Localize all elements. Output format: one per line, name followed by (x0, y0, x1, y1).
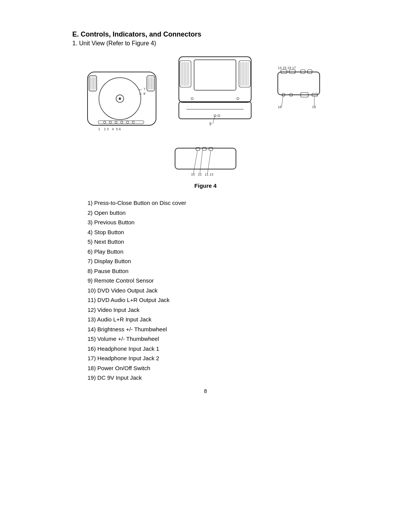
svg-text:9: 9 (209, 122, 212, 126)
svg-line-76 (207, 150, 211, 174)
section-title: E. Controls, Indicators, and Connectors (72, 30, 339, 38)
svg-text:8: 8 (143, 92, 145, 96)
list-item: 19) DC 9V Input Jack (88, 373, 339, 383)
sub-title: 1. Unit View (Refer to Figure 4) (72, 40, 339, 47)
list-item: 10) DVD Video Output Jack (88, 286, 339, 296)
sub-title-normal: (Refer to Figure 4) (105, 40, 156, 46)
list-item: 15) Volume +/- Thumbwheel (88, 334, 339, 344)
device-front-view: 9 (171, 53, 259, 141)
list-item: 4) Stop Button (88, 227, 339, 237)
figure-row: 1 2 3 4 5 6 7 8 (84, 53, 327, 141)
svg-point-18 (121, 121, 123, 123)
svg-rect-30 (194, 60, 236, 90)
svg-text:2 3: 2 3 (104, 127, 109, 131)
svg-rect-67 (175, 148, 236, 169)
sub-title-italic: 1. Unit View (72, 40, 105, 46)
list-item: 17) Headphone Input Jack 2 (88, 353, 339, 363)
svg-point-46 (237, 97, 239, 100)
figure-label: Figure 4 (194, 182, 217, 189)
list-item: 13) Audio L+R Input Jack (88, 315, 339, 324)
svg-point-15 (104, 121, 106, 123)
list-item: 1) Press-to-Close Button on Disc cover (88, 198, 339, 208)
items-list: 1) Press-to-Close Button on Disc cover2)… (88, 198, 339, 383)
svg-text:14 15  19 17: 14 15 19 17 (278, 66, 296, 70)
svg-text:1: 1 (98, 127, 100, 131)
list-item: 7) Display Button (88, 256, 339, 266)
svg-point-45 (191, 97, 193, 100)
svg-point-17 (115, 121, 117, 123)
list-item: 9) Remote Control Sensor (88, 276, 339, 286)
svg-point-20 (132, 121, 134, 123)
svg-text:11  13: 11 13 (205, 173, 213, 176)
svg-point-3 (119, 97, 121, 100)
svg-text:18: 18 (278, 105, 282, 109)
list-item: 2) Open button (88, 208, 339, 218)
list-item: 5) Next Button (88, 237, 339, 247)
svg-text:7: 7 (143, 87, 145, 91)
list-item: 18) Power On/Off Switch (88, 363, 339, 373)
page: E. Controls, Indicators, and Connectors … (57, 0, 354, 406)
svg-rect-9 (147, 76, 155, 91)
list-item: 6) Play Button (88, 247, 339, 257)
device-disc-view: 1 2 3 4 5 6 7 8 (84, 64, 160, 141)
list-item: 11) DVD Audio L+R Output Jack (88, 295, 339, 305)
svg-line-52 (213, 116, 215, 124)
svg-line-65 (282, 95, 283, 107)
device-side-view: 14 15 19 17 18 19 (270, 64, 327, 141)
svg-text:10: 10 (191, 173, 195, 176)
svg-line-75 (200, 150, 202, 174)
list-item: 8) Pause Button (88, 266, 339, 276)
svg-line-74 (193, 150, 198, 174)
figure-bottom: 10 12 11 13 (167, 144, 244, 182)
svg-rect-38 (239, 61, 250, 87)
svg-text:19: 19 (312, 105, 316, 109)
list-item: 3) Previous Button (88, 217, 339, 227)
svg-rect-54 (278, 72, 320, 95)
svg-point-16 (109, 121, 112, 123)
svg-rect-29 (179, 57, 251, 102)
page-number: 8 (204, 388, 207, 394)
svg-text:4: 4 (112, 127, 114, 131)
device-bottom-view: 10 12 11 13 (167, 144, 244, 182)
svg-rect-0 (88, 72, 156, 125)
svg-point-19 (126, 121, 129, 123)
svg-rect-31 (180, 61, 191, 87)
figure-area: 1 2 3 4 5 6 7 8 (72, 53, 339, 194)
list-item: 12) Video Input Jack (88, 305, 339, 315)
svg-rect-4 (89, 76, 97, 91)
svg-point-50 (218, 115, 220, 117)
list-item: 16) Headphone Input Jack 1 (88, 344, 339, 354)
svg-text:5 6: 5 6 (116, 127, 121, 131)
list-item: 14) Brightness +/- Thumbwheel (88, 324, 339, 334)
